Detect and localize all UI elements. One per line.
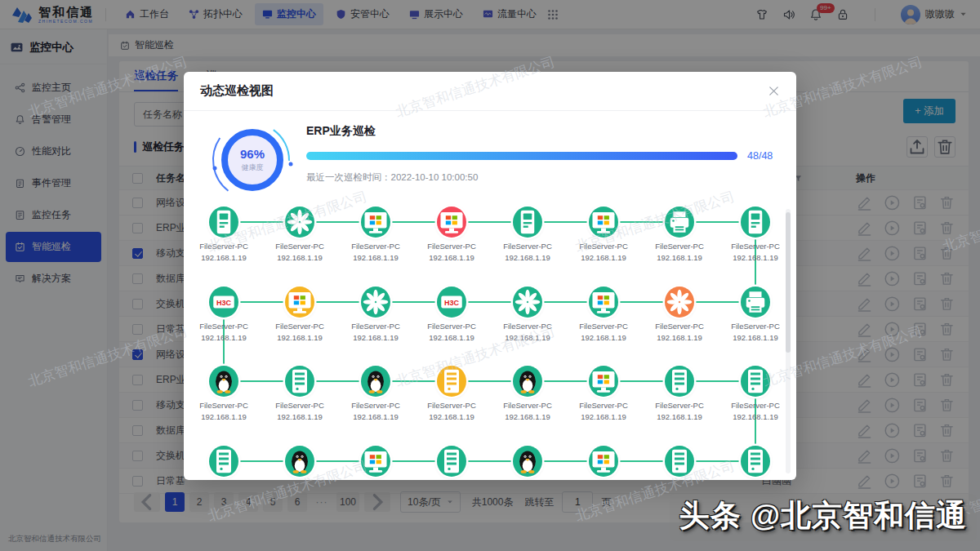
device-node-h3c[interactable]: H3C (209, 287, 238, 318)
node-name-label: FileServer-PC (715, 401, 796, 410)
windows-icon (361, 207, 390, 237)
device-node-huawei[interactable] (285, 207, 314, 238)
node-name-label: FileServer-PC (184, 242, 265, 251)
device-node-huawei[interactable] (665, 287, 694, 318)
pc-icon (513, 207, 542, 237)
device-node-linux[interactable] (513, 366, 542, 397)
windows-icon (589, 287, 618, 317)
node-ip-label: 192.168.1.19 (335, 412, 416, 421)
device-node-printer[interactable] (665, 207, 694, 238)
server-icon (285, 367, 314, 396)
device-node-windows[interactable] (589, 287, 618, 318)
task-title: ERP业务巡检 (306, 124, 773, 139)
pc-icon (741, 207, 770, 237)
node-name-label: FileServer-PC (411, 322, 492, 331)
server-icon (665, 447, 694, 476)
node-ip-label: 192.168.1.19 (184, 412, 265, 421)
node-ip-label: 192.168.1.19 (563, 412, 644, 421)
node-name-label: FileServer-PC (487, 401, 568, 410)
node-name-label: FileServer-PC (639, 242, 720, 251)
device-node-linux[interactable] (361, 366, 390, 397)
pc-icon (209, 207, 238, 237)
progress-ratio: 48/48 (747, 150, 773, 162)
health-score: 96% (240, 147, 265, 162)
node-name-label: FileServer-PC (259, 401, 341, 410)
node-ip-label: 192.168.1.19 (259, 333, 341, 342)
device-node-server[interactable] (741, 446, 770, 477)
device-node-windows[interactable] (285, 287, 314, 318)
windows-icon (285, 287, 314, 317)
device-node-windows[interactable] (589, 446, 618, 477)
node-name-label: FileServer-PC (335, 401, 416, 410)
node-name-label: FileServer-PC (335, 322, 416, 331)
device-node-h3c[interactable]: H3C (437, 287, 466, 318)
node-ip-label: 192.168.1.19 (259, 412, 341, 421)
device-node-server[interactable] (209, 446, 238, 477)
node-ip-label: 192.168.1.19 (487, 333, 568, 342)
progress-bar (306, 152, 737, 160)
windows-icon (589, 367, 618, 396)
node-name-label: FileServer-PC (411, 401, 492, 410)
device-node-pc[interactable] (513, 207, 542, 238)
device-node-windows[interactable] (437, 207, 466, 238)
device-node-server[interactable] (437, 366, 466, 397)
linux-icon (285, 447, 314, 476)
h3c-icon: H3C (437, 287, 466, 317)
device-node-linux[interactable] (209, 366, 238, 397)
device-node-windows[interactable] (361, 207, 390, 238)
node-name-label: FileServer-PC (715, 242, 796, 251)
device-node-server[interactable] (665, 366, 694, 397)
device-node-windows[interactable] (361, 446, 390, 477)
device-node-windows[interactable] (589, 207, 618, 238)
node-ip-label: 192.168.1.19 (487, 253, 568, 262)
node-ip-label: 192.168.1.19 (639, 253, 720, 262)
windows-icon (437, 207, 466, 237)
health-score-label: 健康度 (242, 162, 264, 173)
huawei-icon (361, 287, 390, 317)
server-icon (665, 367, 694, 396)
node-name-label: FileServer-PC (639, 322, 720, 331)
brand-watermark: 头条 @北京智和信通 (670, 494, 977, 541)
device-node-server[interactable] (665, 446, 694, 477)
last-inspection-time: 最近一次巡检时间：2022-10-10 10:00:50 (306, 171, 773, 184)
huawei-icon (513, 287, 542, 317)
huawei-icon (285, 207, 314, 237)
device-node-huawei[interactable] (361, 287, 390, 318)
windows-icon (589, 207, 618, 237)
device-node-linux[interactable] (285, 446, 314, 477)
svg-text:H3C: H3C (216, 298, 232, 306)
node-ip-label: 192.168.1.19 (411, 412, 492, 421)
modal-scrollbar-thumb[interactable] (786, 212, 791, 353)
node-name-label: FileServer-PC (563, 242, 644, 251)
inspection-topology: FileServer-PC192.168.1.19FileServer-PC19… (184, 204, 796, 480)
device-node-huawei[interactable] (513, 287, 542, 318)
node-ip-label: 192.168.1.19 (487, 412, 568, 421)
device-node-pc[interactable] (209, 207, 238, 238)
node-ip-label: 192.168.1.19 (184, 253, 265, 262)
device-node-server[interactable] (285, 366, 314, 397)
health-gauge: 96% 健康度 (210, 118, 295, 202)
printer-icon (665, 207, 694, 237)
node-name-label: FileServer-PC (715, 322, 796, 331)
node-name-label: FileServer-PC (184, 401, 265, 410)
device-node-windows[interactable] (589, 366, 618, 397)
device-node-linux[interactable] (513, 446, 542, 477)
h3c-icon: H3C (209, 287, 238, 317)
node-name-label: FileServer-PC (259, 242, 341, 251)
svg-text:H3C: H3C (444, 298, 460, 306)
node-ip-label: 192.168.1.19 (411, 253, 492, 262)
device-node-server[interactable] (741, 366, 770, 397)
device-node-printer[interactable] (741, 287, 770, 318)
close-icon[interactable] (768, 85, 780, 97)
printer-icon (741, 287, 770, 317)
device-node-server[interactable] (437, 446, 466, 477)
node-name-label: FileServer-PC (259, 322, 341, 331)
node-name-label: FileServer-PC (563, 401, 644, 410)
server-icon (741, 447, 770, 476)
device-node-pc[interactable] (741, 207, 770, 238)
node-ip-label: 192.168.1.19 (259, 253, 341, 262)
windows-icon (589, 447, 618, 476)
node-name-label: FileServer-PC (335, 242, 416, 251)
node-ip-label: 192.168.1.19 (563, 253, 644, 262)
node-name-label: FileServer-PC (563, 322, 644, 331)
